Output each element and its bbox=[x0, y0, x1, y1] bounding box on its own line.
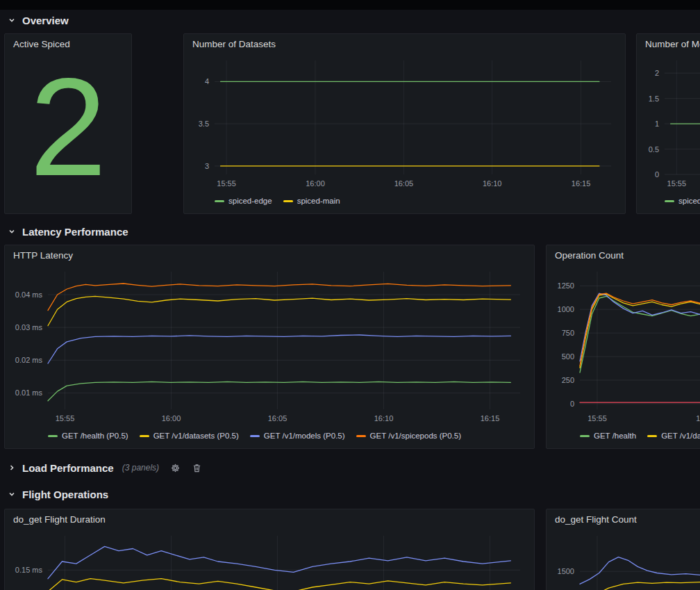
y-tick-label: 0.03 ms bbox=[15, 323, 43, 331]
panel-title[interactable]: do_get Flight Count bbox=[555, 514, 700, 526]
y-tick-label: 1000 bbox=[558, 305, 574, 313]
trash-icon[interactable] bbox=[192, 463, 202, 473]
y-tick-label: 0 bbox=[655, 170, 659, 179]
do-get-count-chart[interactable]: 15:5516:0016:0516:1016:15150010005000 bbox=[553, 530, 700, 590]
y-tick-label: 2 bbox=[655, 69, 659, 77]
x-tick-label: 15:55 bbox=[217, 179, 236, 188]
chart-legend: GET /healthGET /v1/datasetsGET /v1/model… bbox=[580, 427, 700, 444]
x-tick-label: 16:15 bbox=[481, 414, 500, 423]
y-tick-label: 0.15 ms bbox=[15, 566, 43, 574]
panel-title[interactable]: HTTP Latency bbox=[13, 249, 527, 262]
series-line bbox=[48, 382, 510, 400]
panel-title[interactable]: do_get Flight Duration bbox=[13, 514, 527, 526]
panel-number-of-models: Number of Models 15:5516:0016:0516:1016:… bbox=[636, 33, 700, 214]
x-tick-label: 16:00 bbox=[306, 179, 325, 188]
section-label: Flight Operations bbox=[22, 489, 108, 500]
series-line bbox=[48, 546, 510, 578]
chart-legend: GET /health (P0.5)GET /v1/datasets (P0.5… bbox=[48, 427, 527, 444]
y-tick-label: 1500 bbox=[558, 567, 574, 575]
y-tick-label: 3 bbox=[205, 162, 209, 170]
legend-item[interactable]: GET /v1/datasets (P0.5) bbox=[140, 432, 239, 440]
legend-item[interactable]: spiced-edge bbox=[215, 197, 272, 205]
y-tick-label: 500 bbox=[562, 352, 574, 361]
panel-title[interactable]: Number of Datasets bbox=[192, 38, 618, 51]
y-tick-label: 1 bbox=[655, 120, 659, 128]
section-flight-operations[interactable]: Flight Operations bbox=[7, 485, 108, 503]
series-line bbox=[48, 284, 510, 311]
chevron-down-icon bbox=[7, 227, 17, 236]
legend-item[interactable]: GET /health (P0.5) bbox=[48, 432, 128, 440]
series-line bbox=[48, 335, 510, 363]
y-tick-label: 0.5 bbox=[649, 145, 659, 154]
series-line bbox=[580, 557, 700, 584]
panels-count: (3 panels) bbox=[122, 463, 159, 473]
y-tick-label: 1.5 bbox=[649, 95, 659, 103]
section-label: Load Performance bbox=[22, 462, 114, 474]
chart-legend: spiced-edgespiced-main bbox=[215, 192, 618, 209]
x-tick-label: 16:00 bbox=[162, 414, 181, 423]
do-get-duration-chart[interactable]: 15:5516:0016:0516:1016:150.15 ms0.14 ms0… bbox=[12, 530, 527, 590]
series-line bbox=[580, 582, 700, 590]
section-load-performance[interactable]: Load Performance (3 panels) bbox=[7, 459, 202, 477]
panel-title[interactable]: Number of Models bbox=[645, 38, 700, 51]
panel-number-of-datasets: Number of Datasets 15:5516:0016:0516:101… bbox=[183, 33, 626, 214]
series-line bbox=[48, 579, 510, 590]
datasets-chart[interactable]: 15:5516:0016:0516:1016:1543.53 bbox=[191, 55, 618, 192]
series-line bbox=[580, 296, 700, 372]
y-tick-label: 250 bbox=[562, 376, 574, 384]
y-tick-label: 0.04 ms bbox=[15, 290, 43, 299]
chart-legend: spiced-edgespiced-main bbox=[665, 192, 700, 209]
gear-icon[interactable] bbox=[170, 463, 181, 473]
chevron-down-icon bbox=[7, 15, 17, 25]
stat-value: 2 bbox=[12, 45, 124, 209]
panel-do-get-flight-duration: do_get Flight Duration 15:5516:0016:0516… bbox=[4, 509, 535, 590]
x-tick-label: 15:55 bbox=[588, 414, 607, 423]
chevron-down-icon bbox=[7, 489, 17, 499]
section-label: Latency Performance bbox=[22, 226, 128, 238]
legend-item[interactable]: GET /v1/spicepods (P0.5) bbox=[356, 432, 461, 440]
operation-count-chart[interactable]: 15:5516:0016:0516:1016:15125010007505002… bbox=[553, 266, 700, 427]
panel-title[interactable]: Operation Count bbox=[555, 249, 700, 262]
x-tick-label: 16:05 bbox=[394, 179, 414, 188]
section-latency-performance[interactable]: Latency Performance bbox=[7, 222, 128, 240]
legend-item[interactable]: spiced-main bbox=[283, 197, 340, 205]
panel-operation-count: Operation Count 15:5516:0016:0516:1016:1… bbox=[546, 245, 700, 449]
section-label: Overview bbox=[22, 15, 69, 26]
x-tick-label: 16:05 bbox=[268, 414, 288, 423]
legend-item[interactable]: GET /health bbox=[580, 432, 636, 440]
y-tick-label: 750 bbox=[562, 329, 574, 337]
x-tick-label: 15:55 bbox=[667, 179, 687, 188]
x-tick-label: 15:55 bbox=[56, 414, 75, 423]
x-tick-label: 16:10 bbox=[374, 414, 394, 423]
http-latency-chart[interactable]: 15:5516:0016:0516:1016:150.04 ms0.03 ms0… bbox=[12, 266, 527, 427]
y-tick-label: 1250 bbox=[558, 281, 574, 290]
y-tick-label: 0.02 ms bbox=[15, 356, 43, 364]
panel-http-latency: HTTP Latency 15:5516:0016:0516:1016:150.… bbox=[4, 245, 535, 449]
legend-item[interactable]: GET /v1/datasets bbox=[647, 432, 700, 440]
panel-active-spiced: Active Spiced 2 bbox=[4, 33, 132, 214]
y-tick-label: 3.5 bbox=[199, 120, 209, 128]
x-tick-label: 16:00 bbox=[696, 414, 700, 423]
x-tick-label: 16:15 bbox=[572, 179, 591, 188]
y-tick-label: 0 bbox=[570, 400, 574, 408]
chevron-right-icon bbox=[7, 463, 17, 473]
y-tick-label: 4 bbox=[205, 77, 209, 85]
x-tick-label: 16:10 bbox=[483, 179, 502, 188]
y-tick-label: 0.01 ms bbox=[15, 388, 43, 397]
section-overview[interactable]: Overview bbox=[7, 11, 69, 29]
legend-item[interactable]: GET /v1/models (P0.5) bbox=[250, 432, 345, 440]
panel-do-get-flight-count: do_get Flight Count 15:5516:0016:0516:10… bbox=[546, 509, 700, 590]
models-chart[interactable]: 15:5516:0016:0516:1016:1521.510.50 bbox=[644, 55, 700, 192]
legend-item[interactable]: spiced-edge bbox=[665, 197, 700, 205]
top-bar bbox=[0, 0, 700, 10]
series-line bbox=[48, 296, 510, 325]
